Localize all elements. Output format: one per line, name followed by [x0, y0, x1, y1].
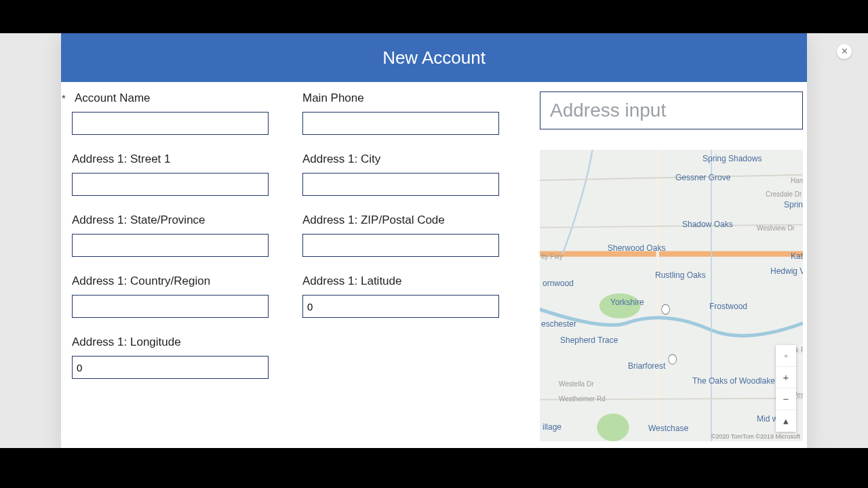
field-account-name: * Account Name [72, 92, 269, 135]
address-search-input[interactable] [540, 92, 803, 129]
map-place-label: Rustling Oaks [655, 270, 706, 280]
map-place-label: illage [542, 422, 561, 432]
map-zoom-out-button[interactable]: − [776, 388, 796, 410]
map-place-label: Katy Tollway [791, 251, 803, 261]
modal-header: New Account [61, 33, 807, 82]
svg-point-3 [662, 304, 670, 314]
label-street1: Address 1: Street 1 [72, 152, 171, 166]
label-zip: Address 1: ZIP/Postal Code [302, 214, 445, 227]
label-main-phone: Main Phone [302, 92, 364, 105]
field-street1: Address 1: Street 1 [72, 152, 269, 196]
label-city: Address 1: City [302, 152, 380, 166]
map-zoom-in-button[interactable]: + [776, 367, 796, 388]
input-country[interactable] [72, 295, 269, 318]
field-latitude: Address 1: Latitude [302, 274, 499, 318]
map-locate-button[interactable]: ◦ [776, 345, 796, 367]
new-account-modal: New Account * Account Name Main Phone Ad… [61, 33, 807, 448]
label-country: Address 1: Country/Region [72, 274, 210, 288]
map-road-label: Hammerly Blvd [791, 177, 803, 184]
modal-title: New Account [382, 47, 486, 68]
map-place-label: Gessner Grove [675, 173, 730, 182]
map-canvas[interactable]: Spring ShadowsGessner GroveSpring Branch… [540, 150, 803, 441]
map-road-label: Westheimer Rd [559, 395, 606, 403]
map-place-label: ornwood [542, 279, 574, 288]
input-main-phone[interactable] [302, 112, 499, 135]
map-road-label: tty Fwy [541, 253, 563, 260]
close-button[interactable]: ✕ [837, 44, 852, 59]
form-area: * Account Name Main Phone Address 1: Str… [68, 92, 499, 441]
map-place-label: Frostwood [709, 302, 747, 311]
input-city[interactable] [302, 173, 499, 196]
svg-point-2 [597, 413, 629, 441]
letterbox-top [0, 0, 868, 33]
input-zip[interactable] [302, 234, 499, 257]
map-road-label: Westella Dr [559, 380, 594, 388]
field-state: Address 1: State/Province [72, 214, 269, 257]
field-zip: Address 1: ZIP/Postal Code [302, 214, 499, 257]
required-marker: * [60, 92, 68, 104]
map-place-label: Shepherd Trace [560, 336, 618, 345]
map-place-label: eschester [541, 319, 576, 329]
input-street1[interactable] [72, 173, 269, 196]
input-latitude[interactable] [302, 295, 499, 318]
map-place-label: Shadow Oaks [682, 220, 733, 229]
map-column: Spring ShadowsGessner GroveSpring Branch… [540, 92, 810, 441]
map-controls: ◦ + − ▴ [776, 345, 796, 432]
field-country: Address 1: Country/Region [72, 274, 269, 318]
svg-point-4 [669, 354, 677, 364]
map-road-label: Westview Dr [757, 224, 795, 232]
map-place-label: Hedwig Village [770, 266, 803, 276]
map-place-label: Briarforest [628, 361, 665, 371]
map-attribution: ©2020 TomTom ©2019 Microsoft [711, 433, 800, 440]
modal-body: * Account Name Main Phone Address 1: Str… [61, 82, 807, 448]
label-latitude: Address 1: Latitude [302, 274, 401, 288]
map-road-label: Cresdale Dr [766, 190, 802, 198]
page-backdrop: ✕ New Account * Account Name Main Phone [0, 33, 868, 448]
map-tilt-button[interactable]: ▴ [776, 410, 796, 432]
letterbox-bottom [0, 448, 868, 488]
label-longitude: Address 1: Longitude [72, 336, 181, 349]
field-longitude: Address 1: Longitude [72, 336, 269, 379]
map-place-label: Spring Branch Gardens [784, 200, 803, 209]
input-state[interactable] [72, 234, 269, 257]
map-place-label: Yorkshire [610, 298, 644, 307]
map-place-label: Spring Shadows [703, 154, 762, 163]
input-longitude[interactable] [72, 356, 269, 379]
label-account-name: Account Name [75, 92, 151, 105]
field-city: Address 1: City [302, 152, 499, 196]
map-place-label: The Oaks of Woodlake [692, 376, 775, 386]
field-main-phone: Main Phone [302, 92, 499, 135]
input-account-name[interactable] [72, 112, 269, 135]
map-place-label: Sherwood Oaks [608, 243, 665, 253]
map-place-label: Westchase [648, 424, 688, 433]
label-state: Address 1: State/Province [72, 214, 205, 227]
